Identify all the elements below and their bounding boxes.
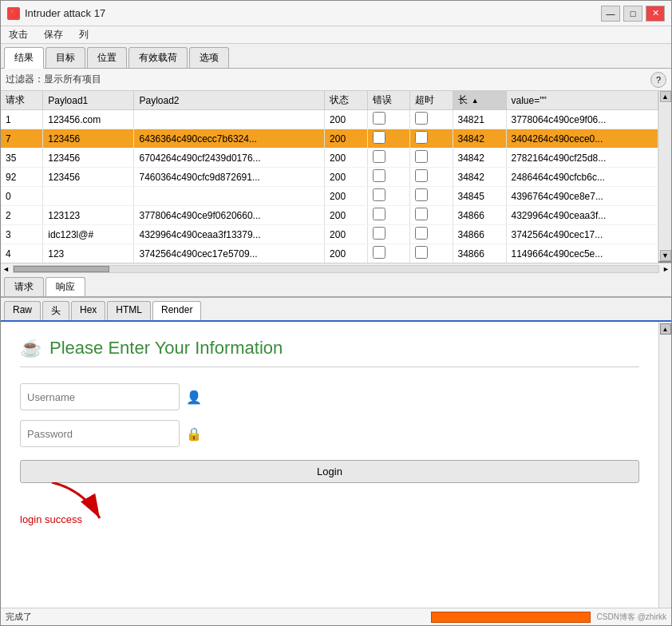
scroll-down-button[interactable]: ▼ xyxy=(660,250,671,261)
timeout-checkbox[interactable] xyxy=(415,208,428,220)
tab-target[interactable]: 目标 xyxy=(45,47,85,68)
tab-options[interactable]: 选项 xyxy=(189,47,229,68)
error-checkbox[interactable] xyxy=(373,227,385,240)
tab-html[interactable]: HTML xyxy=(107,301,151,320)
tab-position[interactable]: 位置 xyxy=(87,47,127,68)
error-checkbox[interactable] xyxy=(373,131,385,144)
tab-response[interactable]: 响应 xyxy=(45,277,85,296)
tab-payload[interactable]: 有效载荷 xyxy=(128,47,188,68)
col-payload2[interactable]: Payload2 xyxy=(134,91,325,110)
render-content: ☕ Please Enter Your Information 👤 🔒 Logi… xyxy=(1,322,658,625)
table-row[interactable]: 21231233778064c490ce9f0620660...20034866… xyxy=(1,206,658,225)
login-button[interactable]: Login xyxy=(20,460,639,483)
timeout-checkbox[interactable] xyxy=(415,227,428,240)
error-checkbox[interactable] xyxy=(373,169,385,182)
tab-hex[interactable]: Hex xyxy=(71,301,105,320)
table-cell: 3742564c490cec17e5709... xyxy=(134,244,325,263)
form-title-text: Please Enter Your Information xyxy=(49,338,283,359)
tab-raw[interactable]: Raw xyxy=(4,301,41,320)
error-checkbox[interactable] xyxy=(373,246,385,259)
error-cell xyxy=(367,244,409,263)
menu-save[interactable]: 保存 xyxy=(41,27,66,42)
rendered-page: ☕ Please Enter Your Information 👤 🔒 Logi… xyxy=(1,322,658,541)
error-checkbox[interactable] xyxy=(373,188,385,201)
render-scroll-up[interactable]: ▲ xyxy=(660,323,671,335)
timeout-checkbox[interactable] xyxy=(415,112,428,125)
error-checkbox[interactable] xyxy=(373,112,385,125)
minimize-button[interactable]: — xyxy=(601,6,620,22)
col-value[interactable]: value="" xyxy=(506,91,658,110)
length-cell: 34866 xyxy=(453,225,506,244)
value-cell: 4396764c490ce8e7... xyxy=(506,187,658,206)
col-request[interactable]: 请求 xyxy=(1,91,43,110)
col-payload1[interactable]: Payload1 xyxy=(43,91,134,110)
table-row[interactable]: 1123456.com200348213778064c490ce9f06... xyxy=(1,110,658,129)
table-cell: 2 xyxy=(1,206,43,225)
h-scroll-right[interactable]: ► xyxy=(661,265,671,273)
tab-results[interactable]: 结果 xyxy=(4,47,44,69)
timeout-checkbox[interactable] xyxy=(415,169,428,182)
scroll-up-button[interactable]: ▲ xyxy=(660,91,671,102)
table-row[interactable]: 0200348454396764c490ce8e7... xyxy=(1,187,658,206)
table-row[interactable]: 3idc123l@#4329964c490ceaa3f13379...20034… xyxy=(1,225,658,244)
menu-attack[interactable]: 攻击 xyxy=(6,27,31,42)
filter-label: 过滤器：显示所有项目 xyxy=(6,73,101,86)
table-cell: 200 xyxy=(325,149,367,168)
table-row[interactable]: 921234567460364c490cfc9d872691...2003484… xyxy=(1,168,658,187)
arrow-container xyxy=(20,486,180,518)
timeout-checkbox[interactable] xyxy=(415,131,428,144)
watermark: CSDN博客 @zhirkk xyxy=(597,612,666,623)
value-cell: 1149664c490cec5e... xyxy=(506,244,658,263)
window-controls: — □ ✕ xyxy=(601,6,665,22)
h-scroll-left[interactable]: ◄ xyxy=(1,265,11,273)
horizontal-scrollbar[interactable]: ◄ ► xyxy=(1,263,671,274)
sub-tabs-container: Raw 头 Hex HTML Render xyxy=(1,298,671,322)
table-row[interactable]: 71234566436364c490cecc7b6324...200348423… xyxy=(1,129,658,149)
app-icon: 🔴 xyxy=(7,7,20,20)
login-area: Login login success xyxy=(20,457,639,525)
value-cell: 3778064c490ce9f06... xyxy=(506,110,658,129)
h-scroll-thumb[interactable] xyxy=(14,266,109,272)
table-row[interactable]: 351234566704264c490cf2439d0176...2003484… xyxy=(1,149,658,168)
table-cell: 6436364c490cecc7b6324... xyxy=(134,129,325,149)
progress-bar xyxy=(431,612,591,623)
results-table: 请求 Payload1 Payload2 状态 错误 超时 长 ▲ value=… xyxy=(1,91,658,263)
error-cell xyxy=(367,187,409,206)
table-scrollbar[interactable]: ▲ ▼ xyxy=(658,91,671,261)
success-arrow-icon xyxy=(36,482,164,526)
timeout-checkbox[interactable] xyxy=(415,188,428,201)
error-checkbox[interactable] xyxy=(373,150,385,163)
menu-columns[interactable]: 列 xyxy=(76,27,92,42)
tab-headers[interactable]: 头 xyxy=(42,301,69,320)
length-cell: 34845 xyxy=(453,187,506,206)
col-length[interactable]: 长 ▲ xyxy=(453,91,506,110)
col-error[interactable]: 错误 xyxy=(367,91,409,110)
table-cell: 123456 xyxy=(43,168,134,187)
h-scroll-track[interactable] xyxy=(13,265,659,273)
timeout-checkbox[interactable] xyxy=(415,246,428,259)
length-cell: 34842 xyxy=(453,168,506,187)
filter-bar: 过滤器：显示所有项目 ? xyxy=(1,69,671,91)
table-cell: 200 xyxy=(325,225,367,244)
help-button[interactable]: ? xyxy=(650,72,666,88)
table-cell: 35 xyxy=(1,149,43,168)
value-cell: 3404264c490cece0... xyxy=(506,129,658,149)
table-cell: 200 xyxy=(325,110,367,129)
results-table-container[interactable]: 请求 Payload1 Payload2 状态 错误 超时 长 ▲ value=… xyxy=(1,91,658,263)
col-status[interactable]: 状态 xyxy=(325,91,367,110)
table-row[interactable]: 41233742564c490cec17e5709...200348661149… xyxy=(1,244,658,263)
timeout-checkbox[interactable] xyxy=(415,150,428,163)
table-cell: 123456 xyxy=(43,129,134,149)
close-button[interactable]: ✕ xyxy=(646,6,665,22)
tab-request[interactable]: 请求 xyxy=(4,277,44,296)
tab-render[interactable]: Render xyxy=(152,301,201,320)
password-input[interactable] xyxy=(20,420,180,447)
username-input[interactable] xyxy=(20,383,180,410)
maximize-button[interactable]: □ xyxy=(623,6,642,22)
col-timeout[interactable]: 超时 xyxy=(410,91,453,110)
timeout-cell xyxy=(410,129,453,149)
error-checkbox[interactable] xyxy=(373,208,385,220)
table-cell xyxy=(134,110,325,129)
render-scrollbar[interactable]: ▲ xyxy=(658,322,671,625)
table-cell: 123456 xyxy=(43,149,134,168)
